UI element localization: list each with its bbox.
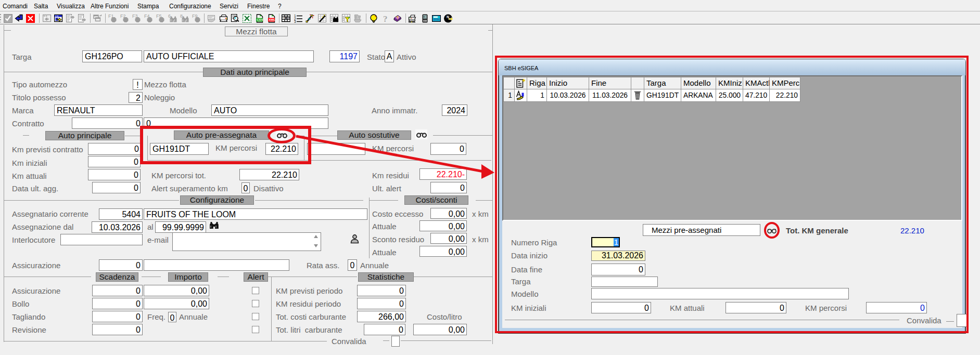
svg-text:N: N: [447, 15, 449, 19]
svg-text:CSV: CSV: [257, 18, 263, 21]
svg-text:XML: XML: [269, 18, 275, 21]
svg-text:?: ?: [383, 14, 388, 23]
svg-text:3: 3: [294, 20, 296, 23]
svg-text:+a+: +a+: [284, 16, 290, 20]
